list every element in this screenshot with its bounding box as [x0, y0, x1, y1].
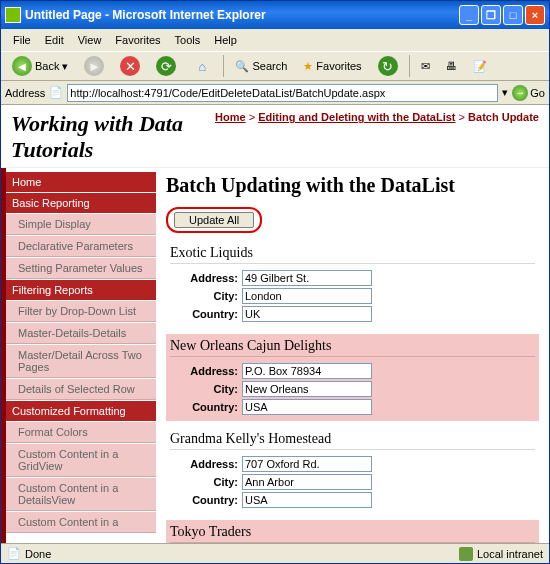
city-label: City: [170, 476, 242, 488]
mail-icon: ✉ [421, 60, 430, 73]
address-dropdown[interactable]: ▾ [502, 86, 508, 99]
nav-item[interactable]: Filter by Drop-Down List [6, 301, 156, 322]
ie-icon [5, 7, 21, 23]
supplier-block: Tokyo TradersAddress:City:Country: [166, 520, 539, 543]
supplier-name: Grandma Kelly's Homestead [170, 431, 535, 450]
refresh-button[interactable]: ⟳ [149, 53, 183, 79]
window-titlebar: Untitled Page - Microsoft Internet Explo… [1, 1, 549, 29]
history-button[interactable]: ↻ [371, 53, 405, 79]
supplier-name: New Orleans Cajun Delights [170, 338, 535, 357]
menu-tools[interactable]: Tools [169, 32, 207, 48]
country-input[interactable] [242, 306, 372, 322]
edit-icon: 📝 [473, 60, 487, 73]
print-button[interactable]: 🖶 [439, 57, 464, 75]
go-button[interactable]: →Go [512, 85, 545, 101]
nav-header[interactable]: Customized Formatting [6, 401, 156, 421]
breadcrumb-home[interactable]: Home [215, 111, 246, 123]
address-bar: Address 📄 ▾ →Go [1, 81, 549, 105]
home-icon: ⌂ [192, 56, 212, 76]
separator [409, 55, 410, 77]
search-button[interactable]: 🔍Search [228, 57, 294, 76]
nav-item[interactable]: Details of Selected Row [6, 379, 156, 400]
address-input[interactable] [242, 363, 372, 379]
site-title: Working with Data Tutorials [11, 111, 215, 163]
update-all-button[interactable]: Update All [174, 212, 254, 228]
done-icon: 📄 [7, 547, 21, 560]
mail-button[interactable]: ✉ [414, 57, 437, 76]
star-icon: ★ [303, 60, 313, 73]
menu-edit[interactable]: Edit [39, 32, 70, 48]
menu-bar: File Edit View Favorites Tools Help [1, 29, 549, 51]
menu-help[interactable]: Help [208, 32, 243, 48]
home-button[interactable]: ⌂ [185, 53, 219, 79]
menu-view[interactable]: View [72, 32, 108, 48]
window-controls: _ ❐ □ × [459, 5, 545, 25]
nav-item[interactable]: Setting Parameter Values [6, 258, 156, 279]
nav-item[interactable]: Custom Content in a DetailsView [6, 478, 156, 511]
sidebar: HomeBasic ReportingSimple DisplayDeclara… [1, 168, 156, 543]
address-label: Address: [170, 458, 242, 470]
maximize-button[interactable]: □ [503, 5, 523, 25]
refresh-icon: ⟳ [156, 56, 176, 76]
address-label: Address [5, 87, 45, 99]
address-input[interactable] [67, 84, 498, 102]
country-label: Country: [170, 308, 242, 320]
country-label: Country: [170, 401, 242, 413]
supplier-name: Tokyo Traders [170, 524, 535, 543]
nav-item[interactable]: Master-Details-Details [6, 323, 156, 344]
address-input[interactable] [242, 270, 372, 286]
nav-item[interactable]: Simple Display [6, 214, 156, 235]
back-label: Back [35, 60, 59, 72]
edit-button[interactable]: 📝 [466, 57, 494, 76]
supplier-block: New Orleans Cajun DelightsAddress:City:C… [166, 334, 539, 421]
page-icon: 📄 [49, 86, 63, 99]
supplier-block: Exotic LiquidsAddress:City:Country: [166, 241, 539, 328]
forward-button[interactable]: ► [77, 53, 111, 79]
nav-item[interactable]: Custom Content in a GridView [6, 444, 156, 477]
zone-text: Local intranet [477, 548, 543, 560]
supplier-list: Exotic LiquidsAddress:City:Country:New O… [166, 241, 539, 543]
restore-button[interactable]: ❐ [481, 5, 501, 25]
country-input[interactable] [242, 492, 372, 508]
country-input[interactable] [242, 399, 372, 415]
status-bar: 📄Done Local intranet [1, 543, 549, 563]
nav-header[interactable]: Home [6, 172, 156, 192]
stop-icon: ✕ [120, 56, 140, 76]
forward-icon: ► [84, 56, 104, 76]
nav-header[interactable]: Filtering Reports [6, 280, 156, 300]
main-content: Batch Updating with the DataList Update … [156, 168, 549, 543]
go-label: Go [530, 87, 545, 99]
nav-item[interactable]: Format Colors [6, 422, 156, 443]
status-text: Done [25, 548, 51, 560]
nav-item[interactable]: Declarative Parameters [6, 236, 156, 257]
close-button[interactable]: × [525, 5, 545, 25]
menu-favorites[interactable]: Favorites [109, 32, 166, 48]
back-icon: ◄ [12, 56, 32, 76]
city-input[interactable] [242, 381, 372, 397]
address-input[interactable] [242, 456, 372, 472]
nav-header[interactable]: Basic Reporting [6, 193, 156, 213]
supplier-block: Grandma Kelly's HomesteadAddress:City:Co… [166, 427, 539, 514]
page-header: Working with Data Tutorials Home > Editi… [1, 105, 549, 168]
stop-button[interactable]: ✕ [113, 53, 147, 79]
toolbar: ◄Back ▾ ► ✕ ⟳ ⌂ 🔍Search ★Favorites ↻ ✉ 🖶… [1, 51, 549, 81]
nav-item[interactable]: Master/Detail Across Two Pages [6, 345, 156, 378]
page-heading: Batch Updating with the DataList [166, 174, 539, 197]
status-left: 📄Done [7, 547, 459, 560]
favorites-button[interactable]: ★Favorites [296, 57, 368, 76]
menu-file[interactable]: File [7, 32, 37, 48]
go-icon: → [512, 85, 528, 101]
minimize-button[interactable]: _ [459, 5, 479, 25]
nav-item[interactable]: Custom Content in a [6, 512, 156, 533]
city-label: City: [170, 383, 242, 395]
back-button[interactable]: ◄Back ▾ [5, 53, 75, 79]
window-title: Untitled Page - Microsoft Internet Explo… [25, 8, 459, 22]
update-highlight: Update All [166, 207, 262, 233]
city-input[interactable] [242, 474, 372, 490]
breadcrumb-section[interactable]: Editing and Deleting with the DataList [258, 111, 455, 123]
separator [223, 55, 224, 77]
page-content: Working with Data Tutorials Home > Editi… [1, 105, 549, 543]
history-icon: ↻ [378, 56, 398, 76]
status-right: Local intranet [459, 547, 543, 561]
city-input[interactable] [242, 288, 372, 304]
